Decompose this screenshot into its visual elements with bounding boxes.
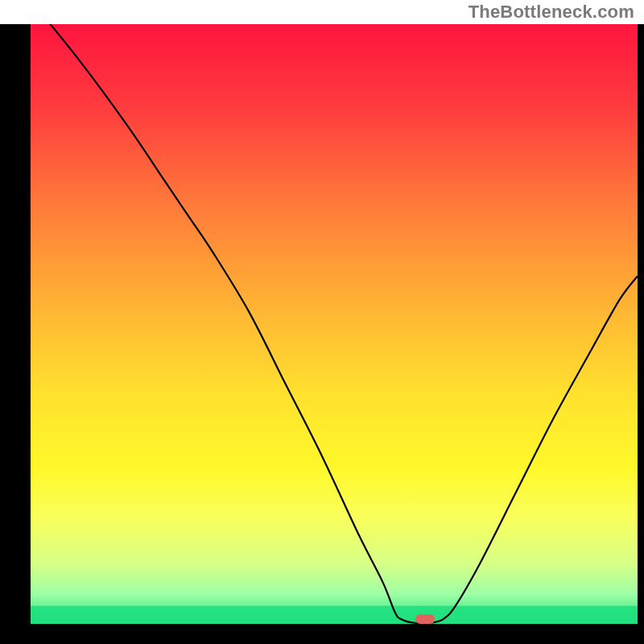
svg-rect-4 <box>415 614 435 624</box>
chart-container: TheBottleneck.com <box>0 0 644 644</box>
svg-rect-2 <box>31 24 638 624</box>
watermark-text: TheBottleneck.com <box>469 2 634 23</box>
bottleneck-chart <box>0 0 644 644</box>
svg-rect-3 <box>31 606 638 624</box>
